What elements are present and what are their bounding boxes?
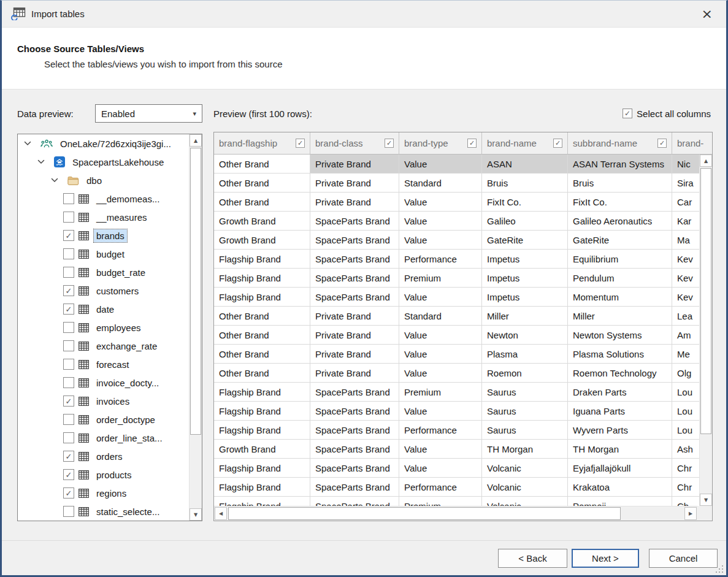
scrollbar-thumb[interactable] — [700, 168, 711, 434]
column-checkbox[interactable]: ✓ — [385, 139, 394, 148]
column-header-brand-type[interactable]: brand-type✓ — [399, 132, 482, 154]
grid-row[interactable]: Flagship BrandSpaceParts BrandPerformanc… — [214, 421, 713, 440]
column-checkbox[interactable]: ✓ — [553, 139, 562, 148]
tree-vertical-scrollbar[interactable]: ▲ ▼ — [189, 134, 202, 521]
tree-item-employees[interactable]: employees — [18, 318, 189, 337]
column-header-subbrand-name[interactable]: subbrand-name✓ — [568, 132, 672, 154]
scroll-right-icon[interactable]: ▶ — [684, 507, 697, 520]
tree-item-regions[interactable]: ✓regions — [18, 484, 189, 502]
checkbox-unchecked[interactable] — [63, 340, 74, 351]
checkbox-unchecked[interactable] — [63, 506, 74, 517]
scroll-up-icon[interactable]: ▲ — [190, 134, 202, 147]
checkbox-checked[interactable]: ✓ — [63, 451, 74, 462]
tree-item-brands[interactable]: ✓brands — [18, 226, 189, 245]
grid-row[interactable]: Growth BrandSpaceParts BrandValueGateRit… — [214, 231, 713, 250]
checkbox-unchecked[interactable] — [63, 377, 74, 388]
column-header-brand-name[interactable]: brand-name✓ — [482, 132, 568, 154]
chevron-down-icon[interactable] — [36, 159, 46, 164]
checkbox-unchecked[interactable] — [63, 432, 74, 443]
chevron-down-icon[interactable] — [23, 141, 33, 146]
column-checkbox[interactable]: ✓ — [467, 139, 477, 148]
tree-item-demomeas[interactable]: __demomeas... — [18, 189, 189, 208]
checkbox-unchecked[interactable] — [63, 212, 74, 223]
grid-row[interactable]: Flagship BrandSpaceParts BrandValueVolca… — [214, 459, 713, 478]
tree-item-budget[interactable]: budget — [18, 245, 189, 263]
scrollbar-thumb[interactable] — [190, 148, 201, 435]
tree-item-dbo[interactable]: dbo — [18, 171, 189, 189]
checkbox-unchecked[interactable] — [63, 414, 74, 425]
grid-row[interactable]: Other BrandPrivate BrandStandardBruisBru… — [214, 174, 713, 193]
grid-cell: Miller — [482, 307, 568, 325]
grid-row[interactable]: Other BrandPrivate BrandValueRoemonRoemo… — [214, 364, 713, 383]
grid-vertical-scrollbar[interactable]: ▲ ▼ — [699, 155, 712, 506]
grid-cell: Flagship Brand — [214, 383, 310, 401]
tree-item-date[interactable]: ✓date — [18, 300, 189, 318]
tree-item-static-selecte[interactable]: static_selecte... — [18, 502, 189, 521]
chevron-down-icon[interactable] — [50, 178, 59, 183]
checkbox-checked[interactable]: ✓ — [63, 304, 74, 315]
checkbox-checked[interactable]: ✓ — [63, 469, 74, 480]
tree-item-measures[interactable]: __measures — [18, 208, 189, 226]
scroll-left-icon[interactable]: ◀ — [215, 507, 227, 520]
tree-item-orders[interactable]: ✓orders — [18, 447, 189, 465]
grid-row[interactable]: Other BrandPrivate BrandValueASANASAN Te… — [214, 155, 713, 174]
grid-cell: Krakatoa — [568, 478, 672, 496]
scrollbar-thumb[interactable] — [228, 507, 621, 520]
next-button[interactable]: Next > — [572, 549, 639, 568]
tree-item-budget-rate[interactable]: budget_rate — [18, 263, 189, 281]
grid-row[interactable]: Flagship BrandSpaceParts BrandPremiumSau… — [214, 383, 713, 402]
checkbox-checked[interactable]: ✓ — [63, 487, 74, 499]
tree-item-invoice-docty[interactable]: invoice_docty... — [18, 373, 189, 392]
column-header-brand-class[interactable]: brand-class✓ — [310, 132, 399, 154]
checkbox-unchecked[interactable] — [63, 248, 74, 259]
tree-item-exchange-rate[interactable]: exchange_rate — [18, 337, 189, 355]
grid-horizontal-scrollbar[interactable]: ◀ ▶ — [214, 506, 697, 521]
tree-item-customers[interactable]: ✓customers — [18, 281, 189, 300]
grid-row[interactable]: Flagship BrandSpaceParts BrandPerformanc… — [214, 478, 713, 497]
grid-row[interactable]: Flagship BrandSpaceParts BrandPremiumImp… — [214, 269, 713, 288]
grid-row[interactable]: Other BrandPrivate BrandValueFixIt Co.Fi… — [214, 193, 713, 212]
cancel-button[interactable]: Cancel — [649, 549, 718, 568]
checkbox-checked[interactable]: ✓ — [63, 285, 74, 296]
select-all-columns-checkbox[interactable]: ✓ Select all columns — [623, 109, 711, 119]
checkbox-unchecked[interactable] — [63, 267, 74, 278]
grid-cell: TH Morgan — [568, 440, 672, 458]
tree-item-spacepartslakehouse[interactable]: SpacepartsLakehouse — [18, 153, 189, 171]
tree-item-order-line-sta[interactable]: order_line_sta... — [18, 429, 189, 447]
column-header-brand[interactable]: brand- — [672, 132, 713, 154]
checkbox-checked[interactable]: ✓ — [63, 395, 74, 407]
column-checkbox[interactable]: ✓ — [296, 139, 305, 148]
grid-row[interactable]: Growth BrandSpaceParts BrandValueGalileo… — [214, 212, 713, 231]
scroll-up-icon[interactable]: ▲ — [700, 155, 712, 167]
column-header-brand-flagship[interactable]: brand-flagship✓ — [214, 132, 310, 154]
column-checkbox[interactable]: ✓ — [657, 139, 667, 148]
grid-cell: Performance — [399, 421, 482, 439]
scroll-down-icon[interactable]: ▼ — [190, 508, 202, 521]
checkbox-checked[interactable]: ✓ — [63, 230, 74, 241]
grid-row[interactable]: Flagship BrandSpaceParts BrandValueImpet… — [214, 288, 713, 307]
checkbox-checked-icon[interactable]: ✓ — [623, 109, 632, 118]
checkbox-unchecked[interactable] — [63, 359, 74, 370]
tree-item-invoices[interactable]: ✓invoices — [18, 392, 189, 410]
grid-cell: Value — [399, 345, 482, 363]
resize-grip[interactable] — [722, 571, 723, 573]
tree-item-order-doctype[interactable]: order_doctype — [18, 410, 189, 429]
back-button[interactable]: < Back — [498, 549, 567, 568]
grid-row[interactable]: Flagship BrandSpaceParts BrandValueSauru… — [214, 402, 713, 421]
data-preview-select[interactable]: Enabled ▾ — [95, 104, 202, 123]
grid-row[interactable]: Other BrandPrivate BrandStandardMillerMi… — [214, 307, 713, 326]
close-button[interactable]: × — [697, 6, 718, 22]
grid-row[interactable]: Other BrandPrivate BrandValueNewtonNewto… — [214, 326, 713, 345]
scroll-down-icon[interactable]: ▼ — [700, 494, 712, 506]
checkbox-unchecked[interactable] — [63, 322, 74, 333]
grid-cell: Other Brand — [214, 364, 310, 382]
tree-item-products[interactable]: ✓products — [18, 465, 189, 484]
tree-item-forecast[interactable]: forecast — [18, 355, 189, 373]
grid-row[interactable]: Flagship BrandSpaceParts BrandPerformanc… — [214, 250, 713, 269]
column-header-label: brand-name — [487, 138, 537, 148]
tree-item-onelake-72d6zxiq3ije3gi[interactable]: OneLake/72d6zxiq3ije3gi... — [18, 134, 189, 153]
grid-row[interactable]: Growth BrandSpaceParts BrandValueTH Morg… — [214, 440, 713, 459]
grid-cell: Value — [399, 326, 482, 344]
grid-row[interactable]: Other BrandPrivate BrandValuePlasmaPlasm… — [214, 345, 713, 364]
checkbox-unchecked[interactable] — [63, 193, 74, 204]
